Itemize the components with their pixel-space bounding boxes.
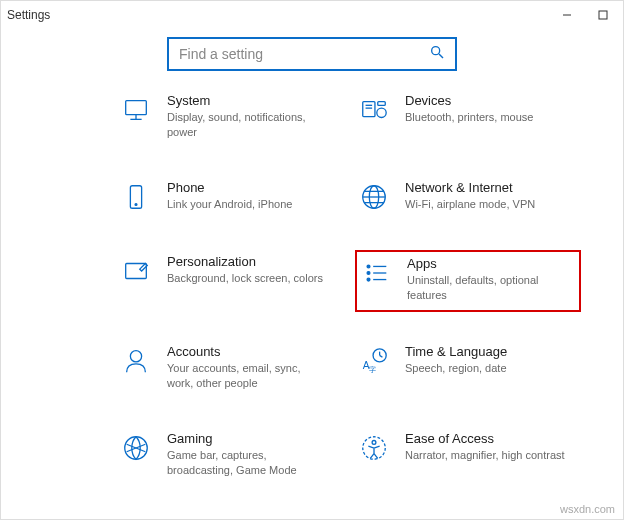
tile-text: Apps Uninstall, defaults, optional featu… (407, 256, 573, 303)
tile-text: Ease of Access Narrator, magnifier, high… (405, 431, 571, 463)
tile-text: Phone Link your Android, iPhone (167, 180, 298, 212)
svg-line-29 (380, 356, 383, 358)
tile-ease-of-access[interactable]: Ease of Access Narrator, magnifier, high… (355, 427, 581, 486)
accounts-icon (119, 344, 153, 378)
svg-text:字: 字 (369, 367, 376, 374)
system-icon (119, 93, 153, 127)
tile-accounts[interactable]: Accounts Your accounts, email, sync, wor… (117, 340, 343, 399)
svg-point-13 (135, 203, 137, 205)
tile-phone[interactable]: Phone Link your Android, iPhone (117, 176, 343, 222)
tile-title: Apps (407, 256, 567, 271)
svg-rect-4 (126, 101, 147, 115)
tile-title: Ease of Access (405, 431, 565, 446)
maximize-button[interactable] (589, 5, 617, 25)
tile-title: Time & Language (405, 344, 507, 359)
svg-point-10 (377, 108, 386, 117)
tile-subtitle: Wi-Fi, airplane mode, VPN (405, 197, 535, 212)
tile-text: Accounts Your accounts, email, sync, wor… (167, 344, 333, 391)
tile-gaming[interactable]: Gaming Game bar, captures, broadcasting,… (117, 427, 343, 486)
svg-rect-7 (363, 102, 375, 117)
tile-title: Phone (167, 180, 292, 195)
tile-text: Network & Internet Wi-Fi, airplane mode,… (405, 180, 541, 212)
search-container (1, 29, 623, 89)
tile-subtitle: Background, lock screen, colors (167, 271, 323, 286)
tile-subtitle: Display, sound, notifications, power (167, 110, 327, 140)
search-icon (429, 44, 445, 64)
settings-grid: System Display, sound, notifications, po… (1, 89, 623, 486)
tile-text: Time & Language Speech, region, date (405, 344, 513, 376)
titlebar: Settings (1, 1, 623, 29)
phone-icon (119, 180, 153, 214)
tile-title: Gaming (167, 431, 327, 446)
svg-point-26 (130, 351, 141, 362)
tile-system[interactable]: System Display, sound, notifications, po… (117, 89, 343, 148)
minimize-button[interactable] (553, 5, 581, 25)
window-controls (553, 5, 617, 25)
search-box[interactable] (167, 37, 457, 71)
tile-time[interactable]: A字 Time & Language Speech, region, date (355, 340, 581, 399)
apps-icon (359, 256, 393, 290)
tile-title: Devices (405, 93, 533, 108)
gaming-icon (119, 431, 153, 465)
personalization-icon (119, 254, 153, 288)
watermark: wsxdn.com (560, 503, 615, 515)
devices-icon (357, 93, 391, 127)
time-icon: A字 (357, 344, 391, 378)
svg-point-20 (367, 265, 370, 268)
svg-line-3 (439, 54, 443, 58)
network-icon (357, 180, 391, 214)
search-input[interactable] (179, 46, 429, 62)
svg-point-22 (367, 271, 370, 274)
tile-subtitle: Game bar, captures, broadcasting, Game M… (167, 448, 327, 478)
tile-subtitle: Speech, region, date (405, 361, 507, 376)
tile-subtitle: Bluetooth, printers, mouse (405, 110, 533, 125)
tile-subtitle: Uninstall, defaults, optional features (407, 273, 567, 303)
svg-point-2 (432, 47, 440, 55)
tile-title: System (167, 93, 327, 108)
tile-subtitle: Link your Android, iPhone (167, 197, 292, 212)
tile-title: Network & Internet (405, 180, 535, 195)
tile-title: Accounts (167, 344, 327, 359)
tile-text: Personalization Background, lock screen,… (167, 254, 329, 286)
tile-title: Personalization (167, 254, 323, 269)
tile-text: Devices Bluetooth, printers, mouse (405, 93, 539, 125)
tile-personalization[interactable]: Personalization Background, lock screen,… (117, 250, 343, 313)
tile-subtitle: Narrator, magnifier, high contrast (405, 448, 565, 463)
svg-rect-1 (599, 11, 607, 19)
ease-icon (357, 431, 391, 465)
tile-network[interactable]: Network & Internet Wi-Fi, airplane mode,… (355, 176, 581, 222)
tile-devices[interactable]: Devices Bluetooth, printers, mouse (355, 89, 581, 148)
tile-text: System Display, sound, notifications, po… (167, 93, 333, 140)
svg-rect-11 (378, 102, 386, 106)
tile-text: Gaming Game bar, captures, broadcasting,… (167, 431, 333, 478)
svg-point-24 (367, 278, 370, 281)
tile-subtitle: Your accounts, email, sync, work, other … (167, 361, 327, 391)
window-title: Settings (7, 8, 553, 22)
tile-apps[interactable]: Apps Uninstall, defaults, optional featu… (355, 250, 581, 313)
svg-point-36 (372, 441, 376, 445)
